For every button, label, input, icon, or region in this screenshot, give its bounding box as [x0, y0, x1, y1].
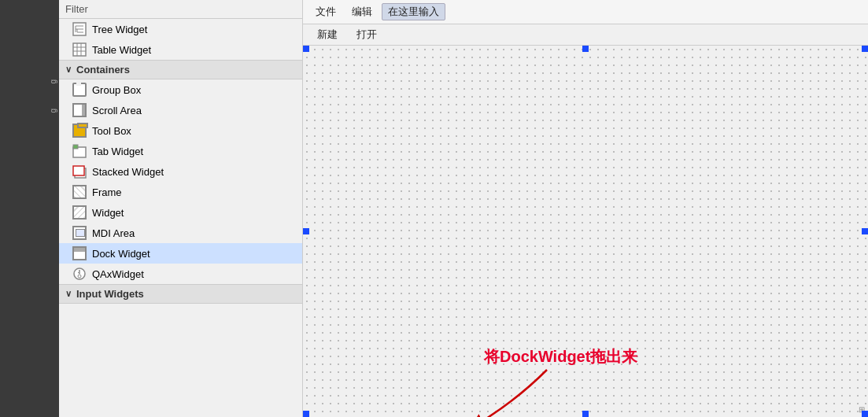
list-item[interactable]: Group Box — [59, 79, 302, 100]
qax-widget-icon — [72, 266, 87, 282]
handle-middle-left[interactable] — [303, 228, 309, 234]
menu-item-edit[interactable]: 编辑 — [345, 3, 379, 20]
canvas-area[interactable]: 将DockWidget拖出来 ⊞ — [303, 46, 868, 417]
table-widget-label: Table Widget — [92, 44, 151, 56]
table-widget-icon — [72, 42, 87, 57]
dock-widget-label: Dock Widget — [92, 248, 150, 260]
input-widgets-chevron: ∨ — [65, 289, 72, 299]
containers-section-header[interactable]: ∨ Containers — [59, 60, 302, 79]
widget-label: Widget — [92, 207, 124, 219]
menu-item-file[interactable]: 文件 — [309, 3, 342, 20]
list-item[interactable]: Tab Widget — [59, 141, 302, 161]
filter-bar: Filter — [59, 0, 302, 19]
handle-bottom-left[interactable] — [303, 411, 309, 417]
left-sidebar: g g — [0, 0, 59, 417]
handle-top-left[interactable] — [303, 46, 309, 52]
tab-widget-icon — [72, 143, 87, 159]
mdi-area-label: MDI Area — [92, 227, 135, 239]
qax-widget-label: QAxWidget — [92, 268, 144, 280]
scroll-area-icon — [72, 102, 87, 118]
handle-bottom-center[interactable] — [582, 411, 589, 417]
svg-rect-14 — [73, 145, 78, 149]
list-item[interactable]: Tree Widget — [59, 19, 302, 39]
list-item[interactable]: Stacked Widget — [59, 161, 302, 182]
dock-widget-icon — [72, 245, 87, 261]
list-item[interactable]: Tool Box — [59, 120, 302, 141]
list-item[interactable]: Scroll Area — [59, 100, 302, 120]
svg-rect-16 — [73, 166, 84, 175]
frame-label: Frame — [92, 186, 122, 198]
list-item[interactable]: Frame — [59, 182, 302, 202]
toolbar-open[interactable]: 打开 — [349, 26, 385, 43]
menu-item-input[interactable]: 在这里输入 — [382, 3, 445, 20]
tree-widget-icon — [72, 21, 87, 37]
handle-middle-right[interactable] — [862, 228, 868, 234]
handle-bottom-right[interactable] — [862, 411, 868, 417]
filter-label: Filter — [65, 3, 88, 15]
scroll-area-label: Scroll Area — [92, 105, 142, 116]
main-area: 文件 编辑 在这里输入 新建 打开 将 — [303, 0, 868, 417]
widget-panel: Filter Tree Widget — [59, 0, 303, 417]
list-item[interactable]: QAxWidget — [59, 264, 302, 284]
handle-top-center[interactable] — [582, 46, 589, 52]
list-item[interactable]: Widget — [59, 202, 302, 223]
stacked-widget-icon — [72, 164, 87, 179]
list-item[interactable]: Table Widget — [59, 39, 302, 60]
handle-top-right[interactable] — [862, 46, 868, 52]
menu-bar: 文件 编辑 在这里输入 — [303, 0, 868, 24]
tool-box-icon — [72, 123, 87, 138]
side-label-2: g — [49, 108, 57, 113]
containers-label: Containers — [76, 64, 130, 76]
tab-widget-label: Tab Widget — [92, 146, 143, 157]
frame-icon — [72, 184, 87, 200]
tool-box-label: Tool Box — [92, 125, 131, 137]
mdi-area-icon — [72, 225, 87, 241]
containers-chevron: ∨ — [65, 65, 72, 75]
input-widgets-label: Input Widgets — [76, 288, 144, 300]
toolbar: 新建 打开 — [303, 24, 868, 46]
list-item[interactable]: MDI Area — [59, 223, 302, 243]
tree-widget-label: Tree Widget — [92, 24, 147, 35]
input-widgets-section-header[interactable]: ∨ Input Widgets — [59, 284, 302, 304]
widget-icon — [72, 205, 87, 220]
svg-rect-8 — [73, 43, 86, 56]
widget-list[interactable]: Tree Widget Table Widget ∨ Containers — [59, 19, 302, 417]
side-label-1: g — [49, 79, 57, 84]
annotation-text: 将DockWidget拖出来 — [484, 346, 637, 367]
group-box-label: Group Box — [92, 84, 141, 96]
toolbar-new[interactable]: 新建 — [309, 26, 345, 43]
list-item[interactable]: Dock Widget — [59, 243, 302, 264]
group-box-icon — [72, 82, 87, 98]
stacked-widget-label: Stacked Widget — [92, 166, 164, 178]
